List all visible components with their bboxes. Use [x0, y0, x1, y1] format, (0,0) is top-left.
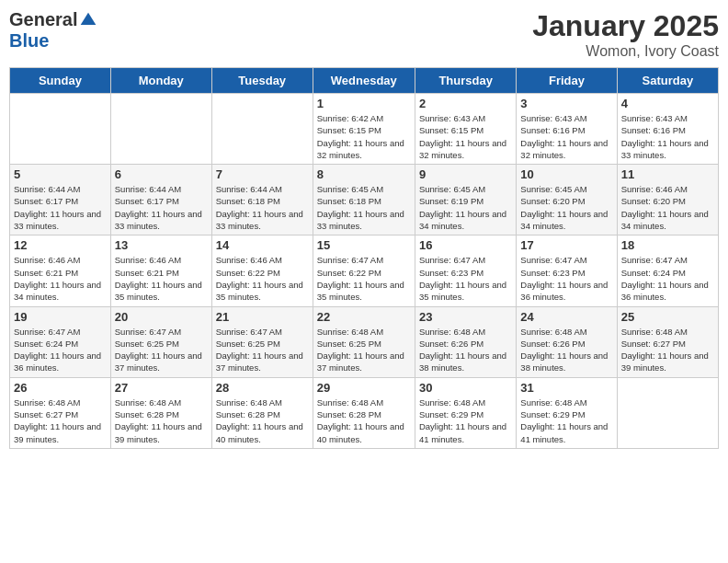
day-number: 26 [14, 381, 107, 395]
day-cell: 8Sunrise: 6:45 AM Sunset: 6:18 PM Daylig… [313, 165, 415, 236]
day-info: Sunrise: 6:47 AM Sunset: 6:25 PM Dayligh… [115, 326, 208, 374]
day-info: Sunrise: 6:44 AM Sunset: 6:18 PM Dayligh… [216, 183, 309, 232]
day-info: Sunrise: 6:45 AM Sunset: 6:18 PM Dayligh… [317, 183, 411, 232]
day-cell: 20Sunrise: 6:47 AM Sunset: 6:25 PM Dayli… [110, 306, 211, 377]
day-number: 8 [317, 167, 411, 181]
day-info: Sunrise: 6:46 AM Sunset: 6:22 PM Dayligh… [216, 254, 309, 303]
day-cell: 16Sunrise: 6:47 AM Sunset: 6:23 PM Dayli… [415, 236, 516, 306]
day-number: 10 [520, 167, 612, 181]
day-cell: 13Sunrise: 6:46 AM Sunset: 6:21 PM Dayli… [110, 236, 211, 306]
day-info: Sunrise: 6:48 AM Sunset: 6:28 PM Dayligh… [317, 396, 411, 445]
day-cell: 26Sunrise: 6:48 AM Sunset: 6:27 PM Dayli… [10, 377, 111, 448]
day-info: Sunrise: 6:47 AM Sunset: 6:24 PM Dayligh… [621, 254, 714, 303]
day-number: 2 [419, 97, 512, 110]
day-info: Sunrise: 6:43 AM Sunset: 6:15 PM Dayligh… [419, 112, 512, 161]
day-info: Sunrise: 6:45 AM Sunset: 6:20 PM Dayligh… [520, 183, 612, 232]
day-number: 16 [419, 238, 512, 252]
day-info: Sunrise: 6:47 AM Sunset: 6:25 PM Dayligh… [216, 326, 309, 374]
day-cell: 25Sunrise: 6:48 AM Sunset: 6:27 PM Dayli… [617, 306, 718, 377]
day-cell: 6Sunrise: 6:44 AM Sunset: 6:17 PM Daylig… [110, 165, 211, 236]
day-info: Sunrise: 6:48 AM Sunset: 6:27 PM Dayligh… [621, 326, 714, 374]
day-cell: 30Sunrise: 6:48 AM Sunset: 6:29 PM Dayli… [415, 377, 516, 448]
day-number: 20 [115, 310, 208, 324]
day-number: 29 [317, 381, 411, 395]
day-cell: 2Sunrise: 6:43 AM Sunset: 6:15 PM Daylig… [415, 94, 516, 165]
day-number: 18 [621, 238, 714, 252]
week-row-2: 5Sunrise: 6:44 AM Sunset: 6:17 PM Daylig… [10, 165, 719, 236]
day-cell: 24Sunrise: 6:48 AM Sunset: 6:26 PM Dayli… [517, 306, 617, 377]
day-cell: 5Sunrise: 6:44 AM Sunset: 6:17 PM Daylig… [10, 165, 111, 236]
logo-blue-text: Blue [9, 30, 49, 51]
day-number: 9 [419, 167, 512, 181]
day-number: 12 [14, 238, 107, 252]
day-info: Sunrise: 6:45 AM Sunset: 6:19 PM Dayligh… [419, 183, 512, 232]
day-cell: 31Sunrise: 6:48 AM Sunset: 6:29 PM Dayli… [517, 377, 617, 448]
day-cell [211, 94, 313, 165]
day-number: 19 [14, 310, 107, 324]
day-cell: 9Sunrise: 6:45 AM Sunset: 6:19 PM Daylig… [415, 165, 516, 236]
day-cell: 1Sunrise: 6:42 AM Sunset: 6:15 PM Daylig… [313, 94, 415, 165]
day-number: 25 [621, 310, 714, 324]
day-info: Sunrise: 6:47 AM Sunset: 6:23 PM Dayligh… [419, 254, 512, 303]
day-info: Sunrise: 6:46 AM Sunset: 6:21 PM Dayligh… [14, 254, 107, 303]
header: General Blue January 2025 Womon, Ivory C… [9, 9, 719, 60]
day-info: Sunrise: 6:48 AM Sunset: 6:27 PM Dayligh… [14, 396, 107, 445]
day-cell [110, 94, 211, 165]
day-number: 5 [14, 167, 107, 181]
day-cell: 27Sunrise: 6:48 AM Sunset: 6:28 PM Dayli… [110, 377, 211, 448]
day-number: 22 [317, 310, 411, 324]
logo: General Blue [9, 9, 97, 52]
day-info: Sunrise: 6:42 AM Sunset: 6:15 PM Dayligh… [317, 112, 411, 161]
day-header-wednesday: Wednesday [313, 68, 415, 94]
day-info: Sunrise: 6:47 AM Sunset: 6:22 PM Dayligh… [317, 254, 411, 303]
day-number: 30 [419, 381, 512, 395]
day-number: 31 [520, 381, 612, 395]
day-cell: 28Sunrise: 6:48 AM Sunset: 6:28 PM Dayli… [211, 377, 313, 448]
day-header-thursday: Thursday [415, 68, 516, 94]
day-info: Sunrise: 6:46 AM Sunset: 6:20 PM Dayligh… [621, 183, 714, 232]
day-header-friday: Friday [517, 68, 617, 94]
day-info: Sunrise: 6:43 AM Sunset: 6:16 PM Dayligh… [621, 112, 714, 161]
day-info: Sunrise: 6:47 AM Sunset: 6:24 PM Dayligh… [14, 326, 107, 374]
day-number: 13 [115, 238, 208, 252]
day-info: Sunrise: 6:48 AM Sunset: 6:28 PM Dayligh… [115, 396, 208, 445]
day-info: Sunrise: 6:48 AM Sunset: 6:28 PM Dayligh… [216, 396, 309, 445]
day-number: 24 [520, 310, 612, 324]
day-cell: 22Sunrise: 6:48 AM Sunset: 6:25 PM Dayli… [313, 306, 415, 377]
title-block: January 2025 Womon, Ivory Coast [532, 9, 719, 60]
day-number: 11 [621, 167, 714, 181]
logo-icon [79, 11, 97, 29]
subtitle: Womon, Ivory Coast [532, 43, 719, 60]
day-number: 3 [520, 97, 612, 110]
day-header-saturday: Saturday [617, 68, 718, 94]
day-cell: 12Sunrise: 6:46 AM Sunset: 6:21 PM Dayli… [10, 236, 111, 306]
day-info: Sunrise: 6:44 AM Sunset: 6:17 PM Dayligh… [14, 183, 107, 232]
week-row-3: 12Sunrise: 6:46 AM Sunset: 6:21 PM Dayli… [10, 236, 719, 306]
day-info: Sunrise: 6:48 AM Sunset: 6:29 PM Dayligh… [520, 396, 612, 445]
day-cell: 29Sunrise: 6:48 AM Sunset: 6:28 PM Dayli… [313, 377, 415, 448]
day-info: Sunrise: 6:48 AM Sunset: 6:29 PM Dayligh… [419, 396, 512, 445]
day-cell: 17Sunrise: 6:47 AM Sunset: 6:23 PM Dayli… [517, 236, 617, 306]
week-row-5: 26Sunrise: 6:48 AM Sunset: 6:27 PM Dayli… [10, 377, 719, 448]
day-header-sunday: Sunday [10, 68, 111, 94]
day-number: 7 [216, 167, 309, 181]
day-cell: 23Sunrise: 6:48 AM Sunset: 6:26 PM Dayli… [415, 306, 516, 377]
day-number: 27 [115, 381, 208, 395]
day-info: Sunrise: 6:43 AM Sunset: 6:16 PM Dayligh… [520, 112, 612, 161]
day-number: 14 [216, 238, 309, 252]
day-cell: 4Sunrise: 6:43 AM Sunset: 6:16 PM Daylig… [617, 94, 718, 165]
day-info: Sunrise: 6:48 AM Sunset: 6:26 PM Dayligh… [520, 326, 612, 374]
main-title: January 2025 [532, 9, 719, 43]
day-cell: 15Sunrise: 6:47 AM Sunset: 6:22 PM Dayli… [313, 236, 415, 306]
calendar: SundayMondayTuesdayWednesdayThursdayFrid… [9, 67, 719, 449]
day-cell: 3Sunrise: 6:43 AM Sunset: 6:16 PM Daylig… [517, 94, 617, 165]
day-number: 21 [216, 310, 309, 324]
day-header-monday: Monday [110, 68, 211, 94]
day-info: Sunrise: 6:47 AM Sunset: 6:23 PM Dayligh… [520, 254, 612, 303]
svg-marker-0 [81, 12, 97, 24]
day-number: 23 [419, 310, 512, 324]
day-cell: 10Sunrise: 6:45 AM Sunset: 6:20 PM Dayli… [517, 165, 617, 236]
day-info: Sunrise: 6:46 AM Sunset: 6:21 PM Dayligh… [115, 254, 208, 303]
day-cell: 18Sunrise: 6:47 AM Sunset: 6:24 PM Dayli… [617, 236, 718, 306]
day-cell: 11Sunrise: 6:46 AM Sunset: 6:20 PM Dayli… [617, 165, 718, 236]
